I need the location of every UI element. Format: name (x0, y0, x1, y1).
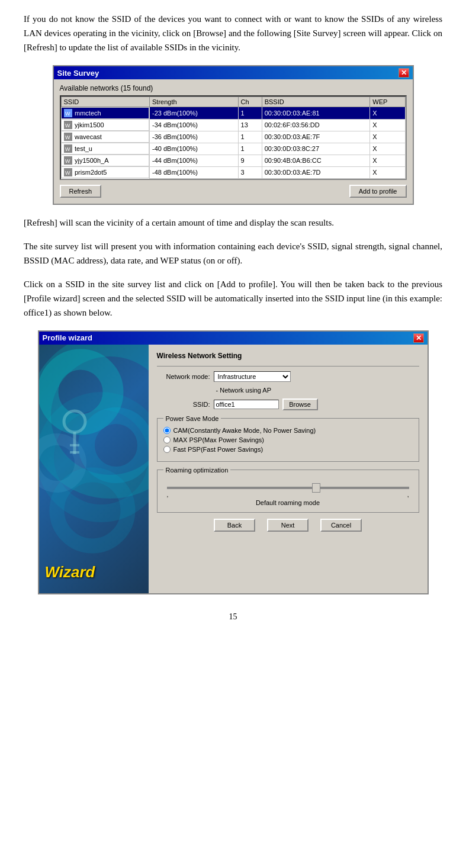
radio-max-psp[interactable] (163, 436, 171, 443)
cell-ssid: W wavecast (61, 131, 149, 143)
col-ssid: SSID (61, 97, 150, 107)
cell-ch: 13 (238, 119, 262, 131)
cell-bssid: 00:30:0D:03:AE:7D (262, 166, 370, 178)
network-icon: W (64, 121, 72, 129)
roaming-fieldset: Roaming optimization , , Default roaming… (157, 467, 419, 513)
cell-strength: -34 dBm(100%) (150, 119, 239, 131)
network-using-ap-note: - Network using AP (216, 387, 419, 394)
cell-bssid: 00:02:6F:03:56:DD (262, 119, 370, 131)
table-row[interactable]: W test_u -40 dBm(100%) 1 00:30:0D:03:8C:… (61, 143, 405, 155)
site-survey-body: Available networks (15 found) SSID Stren… (54, 79, 413, 204)
profile-wizard-dialog: Profile wizard ✕ Wizard (38, 330, 429, 594)
cell-bssid: 00:30:0D:03:AE:81 (262, 107, 370, 120)
slider-left-label: , (167, 491, 169, 498)
cell-ssid: W mmctech (61, 107, 149, 119)
cell-strength: -40 dBm(100%) (150, 143, 239, 155)
svg-text:W: W (65, 134, 70, 140)
col-wep: WEP (370, 97, 405, 107)
site-survey-title: Site Survey (57, 69, 99, 78)
radio-cam-label: CAM(Constantly Awake Mode, No Power Savi… (173, 427, 316, 434)
back-button[interactable]: Back (214, 519, 255, 532)
power-option-max: MAX PSP(Max Power Savings) (163, 436, 413, 443)
site-survey-buttons: Refresh Add to profile (60, 185, 407, 198)
page-number: 15 (24, 612, 442, 622)
cell-wep: X (370, 119, 405, 131)
power-option-cam: CAM(Constantly Awake Mode, No Power Savi… (163, 427, 413, 434)
profile-wizard-close-button[interactable]: ✕ (413, 333, 424, 343)
slider-track (167, 487, 409, 489)
cell-wep: X (370, 107, 405, 120)
network-icon: W (64, 156, 72, 165)
table-row[interactable]: W yjkim1500 -34 dBm(100%) 13 00:02:6F:03… (61, 119, 405, 131)
click-ssid-paragraph: Click on a SSID in the site survey list … (24, 277, 442, 320)
network-mode-select[interactable]: Infrastructure Ad-hoc (214, 371, 291, 382)
site-survey-close-button[interactable]: ✕ (398, 68, 409, 78)
cell-bssid: 00:30:0D:03:8C:27 (262, 143, 370, 155)
cell-bssid: 00:30:0D:03:AE:7F (262, 131, 370, 143)
cell-strength: -36 dBm(100%) (150, 131, 239, 143)
cell-wep: X (370, 166, 405, 178)
cell-ssid: W prism2dot5 (61, 166, 149, 178)
radio-fast-psp[interactable] (163, 446, 171, 453)
site-survey-info-paragraph: The site survey list will present you wi… (24, 239, 442, 268)
networks-table-container: SSID Strength Ch BSSID WEP W mmctech (60, 95, 407, 180)
wireless-network-setting-title: Wireless Network Setting (157, 352, 419, 360)
cell-ssid: W yjkim1500 (61, 119, 149, 131)
slider-thumb[interactable] (312, 483, 320, 493)
cell-ssid: W yjy1500h_A (61, 155, 149, 166)
cell-strength: -48 dBm(100%) (150, 166, 239, 178)
ssid-row: SSID: Browse (157, 398, 419, 410)
browse-button[interactable]: Browse (282, 398, 318, 410)
refresh-button[interactable]: Refresh (60, 185, 102, 198)
cancel-button[interactable]: Cancel (320, 519, 362, 532)
col-ch: Ch (238, 97, 262, 107)
networks-table: SSID Strength Ch BSSID WEP W mmctech (61, 97, 406, 179)
power-option-fast: Fast PSP(Fast Power Savings) (163, 446, 413, 453)
cell-ch: 3 (238, 166, 262, 178)
radio-max-psp-label: MAX PSP(Max Power Savings) (173, 436, 264, 443)
cell-strength: -23 dBm(100%) (150, 107, 239, 120)
table-row[interactable]: W wavecast -36 dBm(100%) 1 00:30:0D:03:A… (61, 131, 405, 143)
cell-wep: X (370, 143, 405, 155)
next-button[interactable]: Next (267, 519, 308, 532)
wizard-right-panel: Wireless Network Setting Network mode: I… (149, 345, 428, 593)
ssid-input[interactable] (214, 400, 279, 409)
slider-container: , , Default roaming mode (163, 478, 413, 506)
roaming-legend: Roaming optimization (163, 467, 231, 474)
network-icon: W (64, 133, 72, 141)
svg-text:W: W (65, 111, 70, 117)
slider-labels: , , (167, 491, 409, 498)
table-header-row: SSID Strength Ch BSSID WEP (61, 97, 405, 107)
table-row[interactable]: W mmctech -23 dBm(100%) 1 00:30:0D:03:AE… (61, 107, 405, 120)
cell-wep: X (370, 155, 405, 166)
network-mode-row: Network mode: Infrastructure Ad-hoc (157, 371, 419, 382)
ssid-label: SSID: (157, 401, 210, 408)
cell-wep: X (370, 131, 405, 143)
slider-sublabel: Default roaming mode (167, 499, 409, 506)
network-icon: W (64, 144, 72, 153)
cell-ch: 9 (238, 155, 262, 166)
svg-point-15 (57, 475, 128, 546)
profile-wizard-titlebar: Profile wizard ✕ (39, 332, 428, 345)
profile-wizard-title: Profile wizard (43, 333, 93, 342)
wizard-left-panel: Wizard (39, 345, 149, 593)
table-row[interactable]: W prism2dot5 -48 dBm(100%) 3 00:30:0D:03… (61, 166, 405, 178)
power-save-legend: Power Save Mode (163, 415, 221, 422)
after-refresh-paragraph: [Refresh] will scan the vicinity of a ce… (24, 216, 442, 230)
cell-bssid: 00:90:4B:0A:B6:CC (262, 155, 370, 166)
col-bssid: BSSID (262, 97, 370, 107)
profile-wizard-buttons: Back Next Cancel (157, 519, 419, 532)
add-to-profile-button[interactable]: Add to profile (349, 185, 407, 198)
cell-ch: 1 (238, 143, 262, 155)
svg-text:W: W (65, 158, 70, 164)
slider-right-label: , (407, 491, 409, 498)
network-icon: W (64, 168, 72, 176)
available-networks-label: Available networks (15 found) (60, 84, 407, 92)
svg-text:W: W (65, 170, 70, 176)
site-survey-section: Site Survey ✕ Available networks (15 fou… (24, 65, 442, 205)
radio-cam[interactable] (163, 427, 171, 434)
power-save-fieldset: Power Save Mode CAM(Constantly Awake Mod… (157, 415, 419, 462)
cell-ch: 1 (238, 131, 262, 143)
network-icon: W (64, 109, 72, 117)
table-row[interactable]: W yjy1500h_A -44 dBm(100%) 9 00:90:4B:0A… (61, 155, 405, 166)
